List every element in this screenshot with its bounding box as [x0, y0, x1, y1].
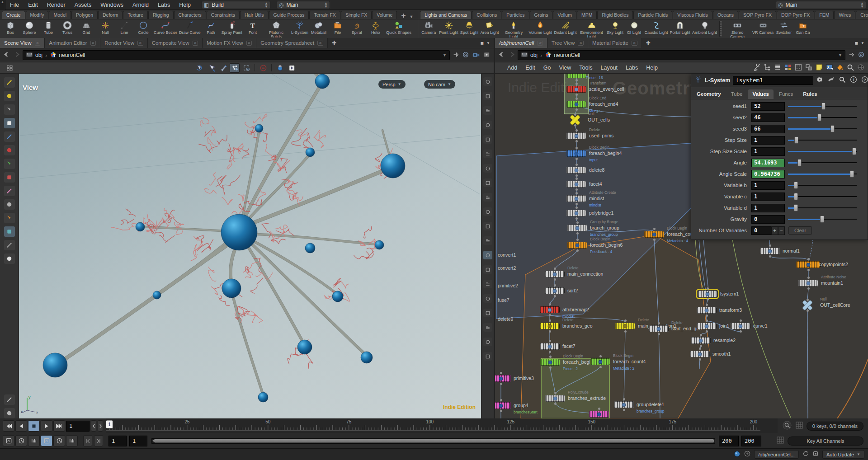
- seed2-slider[interactable]: [788, 113, 857, 122]
- shelf-tab-collisions[interactable]: Collisions: [472, 11, 501, 19]
- shelf-tool-grid[interactable]: Grid: [77, 20, 96, 35]
- wrench-icon[interactable]: [753, 64, 760, 72]
- snapshot-camera-icon[interactable]: [4, 408, 15, 418]
- pane-tab-tree-view[interactable]: Tree View✕: [547, 38, 588, 48]
- shelf-tool-stereo-camera[interactable]: Stereo Camera: [723, 20, 751, 38]
- display-options-icon[interactable]: [287, 63, 297, 73]
- pane-tab-scene-view[interactable]: Scene View✕: [0, 38, 45, 48]
- network-menu-help[interactable]: Help: [642, 63, 662, 73]
- path-crumb-obj[interactable]: obj: [26, 52, 42, 59]
- pane-grid-handle-icon[interactable]: [5, 63, 14, 73]
- two-sided-icon[interactable]: [483, 193, 492, 202]
- shelf-tab-texture[interactable]: Texture: [123, 11, 147, 19]
- shelf-tab-sop-pyro-fx[interactable]: SOP Pyro FX: [739, 11, 776, 19]
- history-forward-icon[interactable]: [13, 52, 20, 59]
- range-end-icon[interactable]: [94, 435, 103, 446]
- secure-selection-icon[interactable]: [230, 63, 240, 73]
- shelf-tool-vr-camera[interactable]: VR Camera: [751, 20, 774, 35]
- network-node-branches-geo[interactable]: Deletebranches_geo: [540, 323, 560, 329]
- realtime-toggle-icon[interactable]: [41, 435, 52, 446]
- menu-render[interactable]: Render: [42, 0, 70, 10]
- network-node-branches-extrude[interactable]: PolyExtrudebranches_extrude: [545, 395, 565, 402]
- pane-tab-material-palette[interactable]: Material Palette✕: [588, 38, 642, 48]
- shelf-tab-dop-pyro-fx[interactable]: DOP Pyro FX: [777, 11, 814, 19]
- network-node-lsystem1[interactable]: lsystem1: [698, 291, 717, 297]
- shelf-tool-tube[interactable]: Tube: [39, 20, 58, 35]
- play-button[interactable]: [41, 420, 52, 432]
- variable-b-field[interactable]: [751, 181, 785, 190]
- param-tab-values[interactable]: Values: [748, 89, 773, 99]
- variable-d-slider[interactable]: [788, 204, 857, 212]
- shelf-tab-mpm[interactable]: MPM: [577, 11, 597, 19]
- key-all-channels-button[interactable]: Key All Channels: [788, 437, 863, 446]
- shelf-tool-path[interactable]: Path: [202, 20, 221, 35]
- seed1-slider[interactable]: [788, 102, 857, 110]
- shelf-tool-line[interactable]: Line: [115, 20, 134, 35]
- view-tool-icon[interactable]: [4, 226, 15, 237]
- seed3-slider[interactable]: [788, 125, 857, 133]
- shelf-tool-sphere[interactable]: Sphere: [20, 20, 39, 35]
- network-node-groupdelete1[interactable]: groupdelete1branches_group: [614, 401, 634, 408]
- pane-menu-icon[interactable]: ▼: [861, 41, 864, 45]
- backfaces-icon[interactable]: [483, 207, 492, 216]
- export-keys-icon[interactable]: [3, 435, 14, 446]
- shelf-tab-terrain-fx[interactable]: Terrain FX: [309, 11, 340, 19]
- jump-start-button[interactable]: [3, 420, 14, 432]
- shelf-tool-spot-light[interactable]: Spot Light: [459, 20, 480, 35]
- network-node-foreach-count3[interactable]: Block Beginforeach_count3Metadata : 4: [644, 231, 664, 238]
- increment-button[interactable]: +: [771, 226, 778, 235]
- shelf-tab-modify[interactable]: Modify: [26, 11, 49, 19]
- bone-icon[interactable]: [4, 186, 15, 196]
- seed2-field[interactable]: [751, 113, 785, 122]
- current-frame-field[interactable]: [66, 421, 90, 432]
- network-node-group4[interactable]: group4branchesStart: [495, 402, 511, 409]
- shelf-tab-crowds[interactable]: Crowds: [856, 11, 868, 19]
- path-dropdown-icon[interactable]: ▼: [443, 53, 447, 57]
- ring-icon[interactable]: [4, 172, 15, 183]
- close-tab-icon[interactable]: ✕: [537, 41, 543, 46]
- shelf-tool-platonic-solids[interactable]: Platonic Solids: [262, 20, 290, 38]
- seed3-field[interactable]: [751, 125, 785, 133]
- desktop-spinner[interactable]: ▲▼: [264, 2, 268, 8]
- view-grid-icon[interactable]: [483, 251, 492, 259]
- tree-view-icon[interactable]: [764, 64, 771, 72]
- camera-lock-icon[interactable]: [483, 294, 492, 303]
- shelf-tab-create[interactable]: Create: [2, 11, 25, 19]
- network-node-sort2[interactable]: sort2: [545, 287, 565, 294]
- network-menu-go[interactable]: Go: [539, 63, 555, 73]
- network-menu-view[interactable]: View: [555, 63, 575, 73]
- network-node-cut[interactable]: [566, 74, 586, 78]
- path-crumb-neuroncell[interactable]: neuronCell: [545, 51, 580, 59]
- box-zoom-icon[interactable]: [241, 63, 251, 73]
- pin-icon[interactable]: [453, 52, 459, 59]
- network-node-foreach-begin6[interactable]: Block Beginforeach_begin6Feedback : 4: [567, 242, 587, 249]
- gear-icon[interactable]: [816, 76, 823, 84]
- shelf-tab-polygon[interactable]: Polygon: [71, 11, 98, 19]
- menu-windows[interactable]: Windows: [96, 0, 128, 10]
- network-node-transform3[interactable]: transform3: [697, 307, 717, 314]
- network-node-unnamed[interactable]: [589, 411, 609, 418]
- shelf-tool-point-light[interactable]: Point Light: [438, 20, 459, 35]
- pane-tab-composite-view[interactable]: Composite View✕: [148, 38, 203, 48]
- shelf-tool-null[interactable]: Null: [96, 20, 115, 35]
- shelf-tab-characters[interactable]: Characters: [174, 11, 206, 19]
- list-view-icon[interactable]: [774, 64, 781, 72]
- network-node-primitive2[interactable]: primitive2: [498, 283, 518, 288]
- paint-icon[interactable]: [4, 145, 15, 155]
- follow-target-icon[interactable]: [462, 52, 469, 59]
- shelf-tool-helix[interactable]: Helix: [366, 20, 385, 35]
- close-tab-icon[interactable]: ✕: [137, 41, 143, 46]
- pane-tab-geometry-spreadsheet[interactable]: Geometry Spreadsheet✕: [256, 38, 328, 48]
- network-node-used-prims[interactable]: Deleteused_prims: [566, 132, 586, 139]
- shelf-tool-portal-light[interactable]: Portal Light: [669, 20, 692, 35]
- angle-slider[interactable]: [788, 159, 857, 167]
- step-size-scale-field[interactable]: [751, 147, 785, 156]
- layout-boxes-icon[interactable]: [805, 64, 812, 72]
- playback-range-slider[interactable]: [151, 438, 715, 444]
- shelf-tab-viscous-fluids[interactable]: Viscous Fluids: [673, 11, 712, 19]
- menu-labs[interactable]: Labs: [153, 0, 175, 10]
- takes-spinner[interactable]: ▲▼: [860, 2, 864, 8]
- path-crumb-obj[interactable]: obj: [521, 52, 538, 59]
- network-node-mountain1[interactable]: Attribute Noisemountain1: [798, 280, 818, 286]
- close-tab-icon[interactable]: ✕: [90, 41, 96, 46]
